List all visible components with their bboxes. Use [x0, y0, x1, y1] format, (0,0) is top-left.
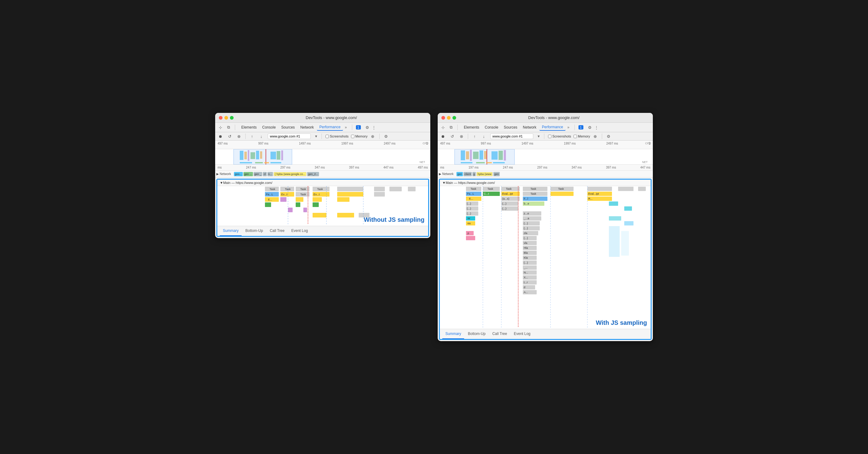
cpu-label-left: CPU — [423, 142, 429, 145]
tab-network-right[interactable]: Network — [520, 124, 539, 131]
svg-rect-84 — [638, 187, 646, 191]
refresh-record-icon-right[interactable]: ↺ — [450, 134, 455, 139]
layers-icon[interactable]: ⧉ — [226, 124, 231, 130]
maximize-button-right[interactable] — [453, 116, 456, 120]
url-display-right: www.google.com #1 — [490, 134, 533, 139]
layers-icon-right[interactable]: ⧉ — [448, 124, 454, 130]
tab-summary-right[interactable]: Summary — [442, 329, 464, 339]
svg-text:Ev...t: Ev...t — [281, 193, 287, 196]
panel-highlight-left: ▼ Main — https://www.google.com/ Task Ta… — [216, 179, 429, 237]
toolbar-sep-3 — [245, 134, 246, 139]
clear-icon[interactable]: ⊗ — [236, 134, 242, 139]
svg-rect-161 — [624, 221, 633, 225]
right-devtools-window: DevTools - www.google.com/ ⊹ ⧉ Elements … — [438, 113, 653, 341]
record-icon[interactable]: ⏺ — [218, 134, 223, 139]
toolbar-nav-right: Elements Console Sources Network Perform… — [461, 124, 571, 131]
traffic-lights-left — [219, 116, 234, 120]
settings-icon-right[interactable]: ⚙ — [587, 124, 593, 130]
tab-console[interactable]: Console — [260, 124, 278, 131]
issues-badge-right[interactable]: 1 — [579, 125, 583, 130]
toolbar-checkboxes-right: Screenshots Memory ⊕ — [548, 134, 598, 139]
net-chip-r3: g — [472, 172, 476, 176]
svg-rect-162 — [609, 226, 620, 257]
ruler-marker-2: 997 ms — [258, 142, 268, 145]
svg-text:Hla: Hla — [524, 246, 528, 250]
svg-text:zla: zla — [524, 232, 527, 235]
memory-checkbox-right[interactable]: Memory — [574, 135, 590, 138]
screenshots-label-right: Screenshots — [552, 135, 571, 138]
tab-network[interactable]: Network — [298, 124, 316, 131]
tab-performance-right[interactable]: Performance — [539, 124, 565, 131]
svg-rect-27 — [408, 187, 415, 191]
s-marker-4: 347 ms — [315, 166, 325, 169]
flame-chart-right[interactable]: Task Task Task Task Task Pa...L — [440, 186, 651, 329]
toolbar-sep-r3 — [468, 134, 468, 139]
tab-bottomup-right[interactable]: Bottom-Up — [465, 329, 488, 339]
main-toolbar-right: ⊹ ⧉ Elements Console Sources Network Per… — [438, 123, 653, 132]
memory-icon[interactable]: ⊕ — [370, 134, 376, 139]
more-tabs-icon-right[interactable]: » — [566, 124, 571, 131]
perf-settings-icon[interactable]: ⚙ — [383, 134, 389, 139]
main-triangle-right: ▼ — [442, 181, 446, 185]
screenshots-checkbox[interactable]: Screenshots — [326, 135, 348, 138]
svg-rect-36 — [337, 192, 363, 197]
toolbar-sep-5 — [379, 134, 380, 139]
tab-sources[interactable]: Sources — [279, 124, 297, 131]
close-button[interactable] — [219, 116, 222, 120]
settings-icon[interactable]: ⚙ — [365, 124, 370, 130]
network-label-left: ▶ Network — [216, 172, 233, 176]
main-toolbar-left: ⊹ ⧉ Elements Console Sources Network Per… — [215, 123, 430, 132]
more-options-icon[interactable]: ⋮ — [372, 125, 376, 130]
s-marker-6: 447 ms — [383, 166, 394, 169]
svg-rect-25 — [374, 187, 385, 191]
download-icon-right[interactable]: ↓ — [481, 134, 487, 139]
cursor-icon[interactable]: ⊹ — [218, 124, 223, 130]
tab-calltree-right[interactable]: Call Tree — [489, 329, 510, 339]
more-options-icon-right[interactable]: ⋮ — [594, 125, 599, 130]
tab-calltree-left[interactable]: Call Tree — [267, 226, 288, 236]
cpu-label-right: CPU — [645, 142, 651, 145]
upload-icon[interactable]: ↑ — [249, 134, 255, 139]
tab-summary-left[interactable]: Summary — [220, 226, 242, 236]
upload-icon-right[interactable]: ↑ — [472, 134, 477, 139]
tab-performance[interactable]: Performance — [317, 124, 343, 131]
tab-bottomup-left[interactable]: Bottom-Up — [242, 226, 266, 236]
svg-text:(...): (...) — [467, 202, 471, 205]
download-icon[interactable]: ↓ — [258, 134, 264, 139]
memory-checkbox[interactable]: Memory — [351, 135, 368, 138]
svg-rect-42 — [313, 197, 322, 202]
cursor-icon-right[interactable]: ⊹ — [440, 124, 446, 130]
svg-rect-45 — [296, 202, 300, 207]
svg-text:b...e: b...e — [524, 202, 529, 205]
svg-text:Task: Task — [471, 187, 476, 190]
refresh-record-icon[interactable]: ↺ — [227, 134, 232, 139]
minimize-button-right[interactable] — [447, 116, 451, 120]
perf-settings-icon-right[interactable]: ⚙ — [606, 134, 611, 139]
tab-console-right[interactable]: Console — [482, 124, 501, 131]
tab-elements[interactable]: Elements — [239, 124, 259, 131]
screenshots-checkbox-right[interactable]: Screenshots — [548, 135, 571, 138]
svg-rect-49 — [313, 213, 327, 218]
more-tabs-icon[interactable]: » — [344, 124, 348, 131]
svg-rect-133 — [466, 236, 475, 240]
tab-eventlog-right[interactable]: Event Log — [511, 329, 534, 339]
issues-badge[interactable]: 1 — [356, 125, 361, 130]
window-title-left: DevTools - www.google.com/ — [236, 115, 427, 120]
svg-text:Eval...ipt: Eval...ipt — [588, 192, 599, 195]
flame-chart-left[interactable]: Task Task Task Task Pa...L Ev...t — [217, 186, 428, 226]
tab-elements-right[interactable]: Elements — [461, 124, 482, 131]
tab-eventlog-left[interactable]: Event Log — [288, 226, 311, 236]
record-icon-right[interactable]: ⏺ — [440, 134, 446, 139]
net-chip-4: cl — [263, 172, 267, 176]
close-button-right[interactable] — [441, 116, 445, 120]
net-chip-1: goo... — [234, 172, 243, 176]
clear-icon-right[interactable]: ⊗ — [459, 134, 464, 139]
toolbar-sep-4 — [321, 134, 322, 139]
network-row-left: ▶ Network goo... gen ... gen _ cl n... (… — [215, 171, 430, 177]
svg-text:A...: A... — [524, 291, 528, 294]
minimize-button[interactable] — [224, 116, 228, 120]
tab-sources-right[interactable]: Sources — [501, 124, 520, 131]
memory-icon-right[interactable]: ⊕ — [593, 134, 598, 139]
svg-text:NET: NET — [642, 161, 648, 164]
maximize-button[interactable] — [230, 116, 234, 120]
